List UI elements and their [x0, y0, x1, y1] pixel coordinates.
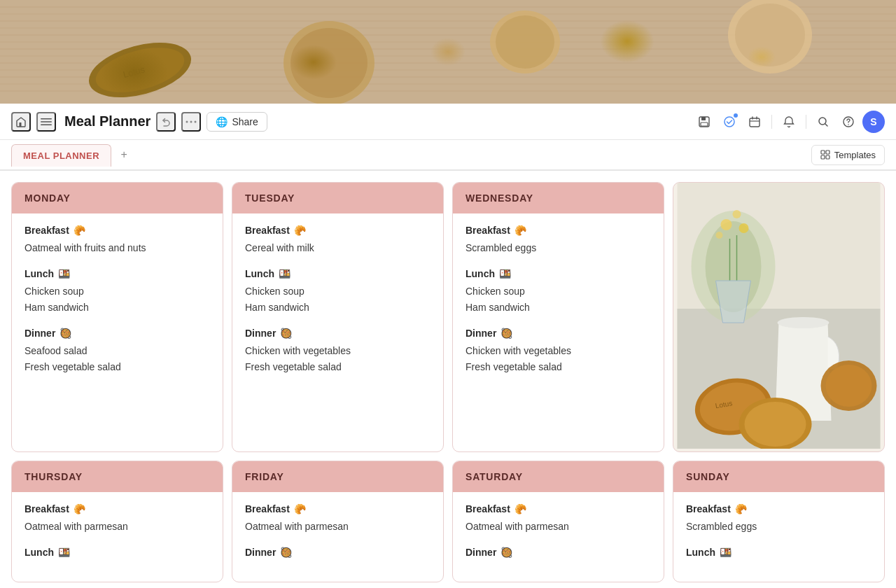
meal-item: Fresh vegetable salad	[24, 359, 210, 374]
svg-rect-31	[701, 117, 706, 120]
meal-section-tuesday-lunch: Lunch 🍱 Chicken soup Ham sandwich	[245, 268, 430, 315]
dinner-emoji: 🥘	[59, 328, 71, 339]
day-body-friday: Breakfast 🥐 Oatmeal with parmesan Dinner…	[232, 492, 443, 582]
svg-point-20	[496, 15, 554, 69]
meal-type-text: Dinner	[245, 547, 276, 558]
meal-item: Fresh vegetable salad	[465, 359, 651, 374]
meal-section-saturday-breakfast: Breakfast 🥐 Oatmeal with parmesan	[465, 503, 651, 534]
day-name-wednesday: WEDNESDAY	[465, 192, 533, 204]
meal-type-text: Dinner	[465, 328, 496, 339]
day-header-thursday: THURSDAY	[12, 461, 223, 492]
svg-point-17	[284, 21, 374, 104]
meal-type-label: Dinner 🥘	[245, 328, 430, 339]
day-name-friday: FRIDAY	[245, 471, 284, 482]
page-title: Meal Planner	[64, 113, 150, 130]
meal-item: Chicken soup	[465, 284, 651, 299]
meal-item: Oatmeal with parmesan	[245, 519, 430, 534]
day-body-saturday: Breakfast 🥐 Oatmeal with parmesan Dinner…	[453, 492, 664, 582]
day-card-thursday: THURSDAY Breakfast 🥐 Oatmeal with parmes…	[11, 461, 223, 582]
meal-item: Scrambled eggs	[465, 240, 651, 255]
undo-button[interactable]	[156, 112, 176, 132]
meal-type-label: Lunch 🍱	[245, 268, 430, 279]
meal-section-monday-lunch: Lunch 🍱 Chicken soup Ham sandwich	[24, 268, 210, 315]
day-name-tuesday: TUESDAY	[245, 192, 295, 204]
svg-rect-41	[826, 155, 830, 159]
more-button[interactable]	[181, 112, 201, 132]
svg-point-47	[733, 210, 741, 218]
search-button[interactable]	[812, 111, 834, 133]
help-button[interactable]	[837, 111, 860, 133]
meal-item: Chicken soup	[24, 284, 210, 299]
day-body-wednesday: Breakfast 🥐 Scrambled eggs Lunch 🍱 Chick…	[453, 214, 664, 398]
meal-type-text: Breakfast	[465, 225, 510, 236]
meal-type-label: Lunch 🍱	[24, 547, 210, 558]
hero-image: Lotus	[0, 0, 896, 104]
svg-rect-24	[41, 118, 52, 120]
meal-type-text: Dinner	[24, 328, 55, 339]
menu-button[interactable]	[36, 112, 56, 132]
meal-section-friday-dinner: Dinner 🥘	[245, 547, 430, 558]
meal-type-label: Breakfast 🥐	[686, 503, 872, 514]
calendar-button[interactable]	[743, 111, 766, 133]
breakfast-emoji: 🥐	[294, 225, 306, 236]
bell-button[interactable]	[778, 111, 800, 133]
lunch-emoji: 🍱	[58, 268, 70, 279]
meal-item: Chicken with vegetables	[465, 343, 651, 358]
meal-type-text: Breakfast	[465, 503, 510, 514]
meal-section-friday-breakfast: Breakfast 🥐 Oatmeal with parmesan	[245, 503, 430, 534]
meal-type-label: Breakfast 🥐	[465, 503, 651, 514]
svg-point-21	[728, 0, 812, 74]
meal-type-text: Breakfast	[686, 503, 731, 514]
meal-type-text: Lunch	[465, 268, 495, 279]
svg-rect-25	[41, 121, 52, 122]
svg-rect-38	[821, 150, 825, 154]
day-name-saturday: SATURDAY	[465, 471, 523, 482]
meal-type-label: Dinner 🥘	[465, 328, 651, 339]
globe-icon: 🌐	[216, 116, 227, 127]
home-button[interactable]	[11, 112, 31, 132]
save-button[interactable]	[693, 111, 715, 133]
meal-type-label: Breakfast 🥐	[24, 225, 210, 236]
svg-point-15	[91, 39, 189, 101]
meal-type-label: Dinner 🥘	[24, 328, 210, 339]
day-header-wednesday: WEDNESDAY	[453, 183, 664, 214]
meal-section-sunday-lunch: Lunch 🍱	[686, 547, 872, 558]
meal-type-label: Breakfast 🥐	[24, 503, 210, 514]
day-card-friday: FRIDAY Breakfast 🥐 Oatmeal with parmesan…	[232, 461, 444, 582]
svg-point-48	[739, 223, 749, 233]
tab-add-button[interactable]: +	[114, 145, 134, 164]
templates-button[interactable]: Templates	[811, 145, 885, 165]
meal-grid: MONDAY Breakfast 🥐 Oatmeal with fruits a…	[11, 182, 885, 582]
meal-section-thursday-breakfast: Breakfast 🥐 Oatmeal with parmesan	[24, 503, 210, 534]
check-icon-btn[interactable]	[718, 111, 741, 133]
day-card-saturday: SATURDAY Breakfast 🥐 Oatmeal with parmes…	[452, 461, 664, 582]
svg-point-19	[490, 10, 560, 74]
meal-type-text: Breakfast	[24, 225, 69, 236]
meal-type-text: Lunch	[24, 268, 54, 279]
svg-rect-39	[826, 150, 830, 154]
svg-rect-40	[821, 155, 825, 159]
templates-icon	[820, 150, 830, 160]
avatar[interactable]: S	[862, 111, 885, 133]
svg-point-49	[716, 232, 723, 239]
day-header-sunday: SUNDAY	[673, 461, 884, 492]
breakfast-emoji: 🥐	[514, 225, 526, 236]
svg-rect-26	[41, 124, 52, 125]
meal-section-monday-breakfast: Breakfast 🥐 Oatmeal with fruits and nuts	[24, 225, 210, 255]
meal-type-label: Lunch 🍱	[24, 268, 210, 279]
day-card-monday: MONDAY Breakfast 🥐 Oatmeal with fruits a…	[11, 182, 223, 452]
svg-point-22	[735, 4, 805, 66]
day-body-monday: Breakfast 🥐 Oatmeal with fruits and nuts…	[12, 214, 223, 398]
dinner-emoji: 🥘	[500, 328, 512, 339]
svg-rect-23	[20, 122, 22, 127]
day-body-sunday: Breakfast 🥐 Scrambled eggs Lunch 🍱	[673, 492, 884, 582]
svg-point-59	[826, 365, 872, 407]
svg-point-28	[190, 120, 192, 122]
toolbar: Meal Planner 🌐 Share	[0, 104, 896, 140]
day-header-saturday: SATURDAY	[453, 461, 664, 492]
tab-meal-planner[interactable]: MEAL PLANNER	[11, 144, 111, 167]
share-button[interactable]: 🌐 Share	[206, 112, 267, 132]
meal-section-saturday-dinner: Dinner 🥘	[465, 547, 651, 558]
main-content: MONDAY Breakfast 🥐 Oatmeal with fruits a…	[0, 171, 896, 588]
divider	[771, 115, 772, 129]
